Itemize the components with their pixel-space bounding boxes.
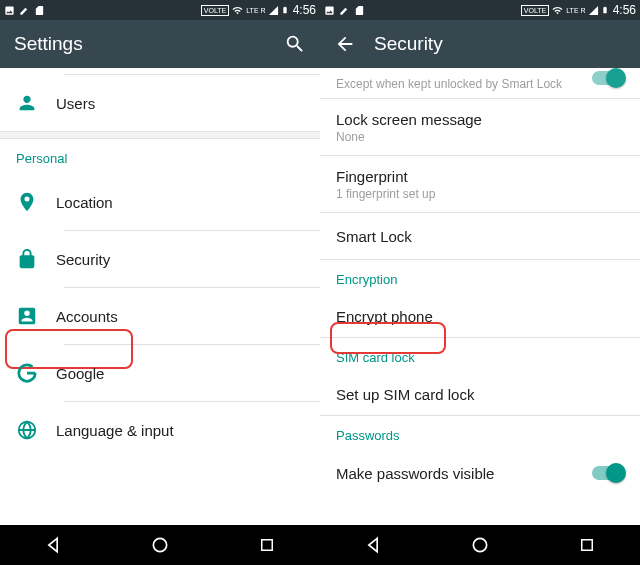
- sd-card-icon: [34, 5, 45, 16]
- accounts-icon: [16, 305, 38, 327]
- nav-home[interactable]: [469, 534, 491, 556]
- clock: 4:56: [293, 3, 316, 17]
- search-icon[interactable]: [284, 33, 306, 55]
- wifi-icon: [551, 5, 564, 16]
- section-sim: SIM card lock: [320, 338, 640, 373]
- svg-rect-2: [261, 540, 272, 551]
- row-smartlock[interactable]: Smart Lock: [320, 213, 640, 259]
- row-sim-lock[interactable]: Set up SIM card lock: [320, 373, 640, 415]
- section-passwords: Passwords: [320, 416, 640, 451]
- status-bar: VOLTE LTE R 4:56: [320, 0, 640, 20]
- lte-label: LTE: [246, 7, 258, 14]
- sd-card-icon: [354, 5, 365, 16]
- phone-right-security: VOLTE LTE R 4:56 Security Except when ke…: [320, 0, 640, 565]
- image-icon: [324, 5, 335, 16]
- phone-left-settings: VOLTE LTE R 4:56 Settings Users Personal…: [0, 0, 320, 565]
- signal-icon: [268, 5, 279, 16]
- svg-rect-4: [581, 540, 592, 551]
- nav-back[interactable]: [362, 534, 384, 556]
- image-icon: [4, 5, 15, 16]
- wifi-icon: [231, 5, 244, 16]
- back-icon[interactable]: [334, 33, 356, 55]
- location-icon: [16, 191, 38, 213]
- pen-icon: [19, 5, 30, 16]
- row-lock-screen-message[interactable]: Lock screen message None: [320, 99, 640, 155]
- status-bar: VOLTE LTE R 4:56: [0, 0, 320, 20]
- row-users[interactable]: Users: [0, 75, 320, 131]
- settings-list: Users Personal Location Security Account…: [0, 68, 320, 525]
- svg-point-3: [473, 538, 486, 551]
- toggle-passwords[interactable]: [592, 466, 624, 480]
- row-location[interactable]: Location: [0, 174, 320, 230]
- svg-point-1: [153, 538, 166, 551]
- row-fingerprint[interactable]: Fingerprint 1 fingerprint set up: [320, 156, 640, 212]
- label-fingerprint: Fingerprint: [336, 168, 624, 185]
- page-title: Security: [374, 33, 626, 55]
- label-smartlock: Smart Lock: [336, 228, 624, 245]
- volte-label: VOLTE: [521, 5, 549, 16]
- volte-label: VOLTE: [201, 5, 229, 16]
- section-encryption: Encryption: [320, 260, 640, 295]
- nav-home[interactable]: [149, 534, 171, 556]
- r-label: R: [581, 7, 586, 14]
- label-lockmsg-sub: None: [336, 130, 624, 144]
- security-list: Except when kept unlocked by Smart Lock …: [320, 68, 640, 525]
- nav-bar: [320, 525, 640, 565]
- app-bar: Settings: [0, 20, 320, 68]
- nav-recent[interactable]: [256, 534, 278, 556]
- signal-icon: [588, 5, 599, 16]
- r-label: R: [261, 7, 266, 14]
- label-location: Location: [56, 194, 304, 211]
- battery-icon: [601, 4, 609, 16]
- label-language: Language & input: [56, 422, 304, 439]
- person-icon: [16, 92, 38, 114]
- google-icon: [16, 362, 38, 384]
- label-google: Google: [56, 365, 304, 382]
- nav-back[interactable]: [42, 534, 64, 556]
- row-accounts[interactable]: Accounts: [0, 288, 320, 344]
- row-passwords-visible[interactable]: Make passwords visible: [320, 451, 640, 495]
- battery-icon: [281, 4, 289, 16]
- label-pw: Make passwords visible: [336, 465, 592, 482]
- app-bar: Security: [320, 20, 640, 68]
- nav-recent[interactable]: [576, 534, 598, 556]
- row-language[interactable]: Language & input: [0, 402, 320, 458]
- row-security[interactable]: Security: [0, 231, 320, 287]
- row-google[interactable]: Google: [0, 345, 320, 401]
- globe-icon: [16, 419, 38, 441]
- toggle-partial[interactable]: [592, 71, 624, 85]
- lock-icon: [16, 248, 38, 270]
- row-partial-note: Except when kept unlocked by Smart Lock: [320, 68, 640, 98]
- section-personal: Personal: [0, 139, 320, 174]
- nav-bar: [0, 525, 320, 565]
- clock: 4:56: [613, 3, 636, 17]
- page-title: Settings: [14, 33, 266, 55]
- label-lockmsg: Lock screen message: [336, 111, 624, 128]
- label-accounts: Accounts: [56, 308, 304, 325]
- label-users: Users: [56, 95, 304, 112]
- label-security: Security: [56, 251, 304, 268]
- label-fingerprint-sub: 1 fingerprint set up: [336, 187, 624, 201]
- row-encrypt-phone[interactable]: Encrypt phone: [320, 295, 640, 337]
- pen-icon: [339, 5, 350, 16]
- label-sim: Set up SIM card lock: [336, 386, 624, 403]
- label-encrypt: Encrypt phone: [336, 308, 624, 325]
- lte-label: LTE: [566, 7, 578, 14]
